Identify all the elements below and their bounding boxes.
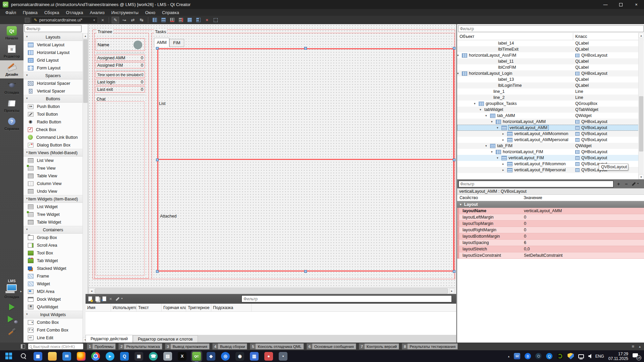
widget-list-item[interactable]: QAxWidget	[23, 303, 83, 311]
hidden-icons-chevron-icon[interactable]: ▴	[508, 355, 510, 358]
mode-button[interactable]: Проекты	[0, 97, 23, 115]
tree-chevron-icon[interactable]	[485, 144, 490, 147]
property-row[interactable]: layoutBottomMargin 0	[457, 233, 644, 240]
property-value[interactable]: verticalLayout_AMM	[522, 208, 562, 213]
split-vertical-icon[interactable]	[177, 17, 184, 23]
delete-action-icon[interactable]: ×	[109, 296, 112, 301]
column-object[interactable]: Объект	[460, 34, 474, 39]
tab-amm[interactable]: AMM	[154, 38, 169, 47]
property-filter-input[interactable]	[459, 181, 613, 187]
object-filter-input[interactable]	[458, 25, 644, 32]
edit-widgets-icon[interactable]: ✎	[112, 17, 119, 23]
widget-filter-input[interactable]	[24, 25, 82, 32]
widget-list-item[interactable]: Check Box	[23, 126, 83, 133]
menu-item[interactable]: Анализ	[87, 9, 108, 16]
taskbar-app-icon[interactable]: ◉	[235, 352, 244, 361]
kit-selector[interactable]: LMS ▸ Отладка	[0, 279, 23, 337]
property-row[interactable]: layoutSpacing 6	[457, 240, 644, 246]
object-tree-row[interactable]: line_1 Line	[457, 88, 639, 95]
steam-icon[interactable]	[535, 353, 542, 359]
scroll-up-icon[interactable]: ▴	[639, 33, 644, 38]
widget-list-item[interactable]: Layouts	[23, 33, 83, 41]
output-panes-menu-icon[interactable]: ≡	[632, 344, 634, 349]
nvidia-icon[interactable]	[557, 353, 563, 359]
widget-list-item[interactable]: Buttons	[23, 95, 83, 103]
widget-list-item[interactable]: Form Layout	[23, 64, 83, 72]
debug-run-button[interactable]	[8, 316, 16, 322]
name-row[interactable]: Name	[96, 38, 145, 51]
object-tree-row[interactable]: label_11 QLabel	[457, 58, 639, 64]
widget-list-item[interactable]: MDI Area	[23, 288, 83, 295]
widget-list-item[interactable]: List View	[23, 157, 83, 164]
selected-layout-outline[interactable]	[157, 48, 454, 272]
widget-list-item[interactable]: Combo Box	[23, 318, 83, 326]
selection-handle[interactable]	[453, 47, 455, 50]
defender-icon[interactable]	[568, 353, 574, 359]
object-tree-row[interactable]: verticalLayout_AMMcommon QVBoxLayout	[457, 131, 639, 137]
configure-actions-icon[interactable]	[115, 296, 120, 302]
mode-button[interactable]: Начало	[0, 24, 23, 42]
widget-list-item[interactable]: List Widget	[23, 203, 83, 210]
taskbar-app-icon[interactable]: ◎	[221, 352, 230, 361]
column-header[interactable]: Используется	[111, 304, 137, 311]
output-pane-button[interactable]: 4 Вывод сборки	[212, 343, 248, 350]
property-value[interactable]: 0,0	[522, 247, 530, 251]
new-action-icon[interactable]	[88, 296, 92, 301]
menu-item[interactable]: Сборка	[41, 9, 63, 16]
object-tree-row[interactable]: verticalLayout_AMMpersonal QVBoxLayout	[457, 137, 639, 143]
widget-list-item[interactable]: Tree Widget	[23, 210, 83, 218]
column-header[interactable]: Триггерное	[186, 304, 211, 311]
tab-signals-slots-editor[interactable]: Редактор сигналов и слотов	[133, 335, 198, 343]
property-row[interactable]: layoutName verticalLayout_AMM	[457, 208, 644, 214]
taskbar-app-icon[interactable]	[19, 352, 28, 361]
object-tree-row[interactable]: groupBox_Tasks QGroupBox	[457, 101, 639, 107]
close-document-button[interactable]: ×	[99, 17, 106, 23]
action-filter-input[interactable]	[241, 295, 452, 302]
widget-list-item[interactable]: Stacked Widget	[23, 264, 83, 272]
bluetooth-icon[interactable]: B	[525, 353, 531, 359]
scroll-left-icon[interactable]: ◂	[89, 288, 94, 294]
taskbar-app-icon[interactable]	[77, 352, 86, 361]
object-tree-row[interactable]: lblCntFIM QLabel	[457, 64, 639, 70]
widget-list-item[interactable]: Undo View	[23, 187, 83, 195]
column-header[interactable]: Имя	[86, 304, 111, 311]
menu-item[interactable]: Окно	[142, 9, 159, 16]
widget-list-item[interactable]: Vertical Layout	[23, 41, 83, 49]
mode-button[interactable]: Справка	[0, 115, 23, 133]
edit-signals-slots-icon[interactable]: ↝	[120, 17, 128, 23]
menu-item[interactable]: Правка	[19, 9, 41, 16]
notifications-button[interactable]: 14	[633, 353, 640, 359]
add-property-icon[interactable]: +	[616, 181, 621, 187]
selection-handle[interactable]	[156, 270, 159, 273]
stat-row[interactable]: Last exit0	[96, 86, 145, 93]
stat-row[interactable]: Assigned AMM0	[96, 55, 145, 61]
object-tree-row[interactable]: lblLoginTime QLabel	[457, 82, 639, 88]
split-horizontal-icon[interactable]	[168, 17, 176, 23]
taskbar-app-icon[interactable]: ▪	[279, 352, 287, 361]
output-pane-button[interactable]: 2 Результаты поиска	[118, 343, 162, 350]
run-button[interactable]	[9, 304, 15, 310]
widget-list-item[interactable]: Grid Layout	[23, 56, 83, 64]
column-value[interactable]: Значение	[524, 195, 542, 200]
scroll-right-icon[interactable]: ▸	[449, 288, 454, 294]
layout-grid-icon[interactable]	[186, 17, 193, 23]
taskbar-app-icon[interactable]: ◆	[207, 352, 215, 361]
property-row[interactable]: layoutSizeConstraint SetDefaultConstrain…	[457, 252, 644, 259]
toggle-sidebar-icon[interactable]	[21, 344, 25, 349]
edit-buddies-icon[interactable]: ⇄	[129, 17, 137, 23]
scrollbar-thumb[interactable]	[95, 288, 448, 294]
maximize-button[interactable]	[613, 0, 629, 9]
widget-list-item[interactable]: Item Widgets (Item-Based)	[23, 195, 83, 203]
output-pane-button[interactable]: 5 Консоль отладчика QML	[250, 343, 304, 350]
object-tree-row[interactable]: lblTimeExit QLabel	[457, 46, 639, 52]
menu-item[interactable]: Справка	[159, 9, 182, 16]
mode-button[interactable]: Дизайн	[0, 60, 23, 78]
property-value[interactable]: 6	[522, 240, 526, 245]
document-selector[interactable]: ✎ personalcardtrainee.ui* ▾	[31, 17, 98, 23]
widget-list-item[interactable]: Vertical Spacer	[23, 87, 83, 95]
tree-chevron-icon[interactable]	[497, 156, 501, 160]
selection-handle[interactable]	[304, 47, 307, 50]
widget-list-item[interactable]: Table View	[23, 172, 83, 180]
selection-handle[interactable]	[156, 159, 159, 161]
widget-list-item[interactable]: Horizontal Spacer	[23, 79, 83, 87]
